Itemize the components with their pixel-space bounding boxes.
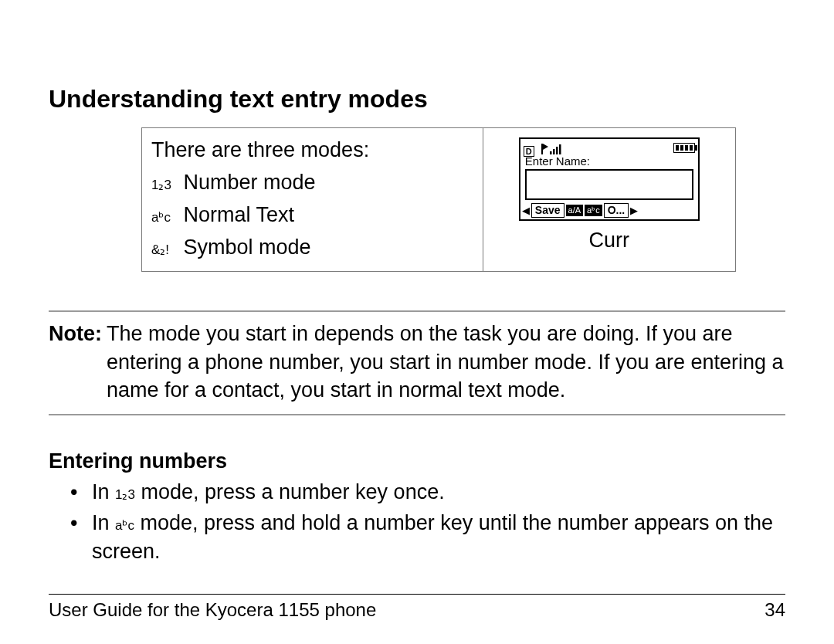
modes-table: There are three modes: 1₂3 Number mode a… xyxy=(141,127,736,272)
page-footer: User Guide for the Kyocera 1155 phone 34 xyxy=(49,594,785,621)
number-mode-icon: 1₂3 xyxy=(151,175,178,195)
page-heading: Understanding text entry modes xyxy=(49,85,785,114)
bullet-list: In 1₂3 mode, press a number key once. In… xyxy=(49,478,785,565)
modes-intro: There are three modes: xyxy=(151,134,473,167)
mode-row-normal: aᵇc Normal Text xyxy=(151,199,473,232)
screen-caption: Curr xyxy=(493,229,726,253)
normal-text-icon: aᵇc xyxy=(151,208,178,228)
svg-rect-2 xyxy=(550,151,552,154)
section-heading: Entering numbers xyxy=(49,449,785,473)
document-page: Understanding text entry modes There are… xyxy=(0,0,834,644)
svg-rect-4 xyxy=(556,147,558,154)
right-arrow-icon: ▶ xyxy=(630,205,638,216)
svg-rect-0 xyxy=(541,144,543,154)
svg-rect-5 xyxy=(559,144,561,154)
list-item: In 1₂3 mode, press a number key once. xyxy=(70,478,785,506)
mode-label: Number mode xyxy=(184,171,316,194)
mode-row-symbol: &₂! Symbol mode xyxy=(151,232,473,264)
modes-text-cell: There are three modes: 1₂3 Number mode a… xyxy=(142,128,483,272)
phone-screen: D xyxy=(519,137,700,221)
svg-marker-1 xyxy=(543,144,548,150)
battery-icon xyxy=(673,143,695,153)
note-text: The mode you start in depends on the tas… xyxy=(107,320,785,404)
symbol-mode-icon: &₂! xyxy=(151,240,178,260)
svg-rect-3 xyxy=(553,149,555,154)
screen-prompt: Enter Name: xyxy=(520,154,698,168)
note-label: Note: xyxy=(49,320,107,404)
softkey-bar: ◀ Save a/A aᵇc O... ▶ xyxy=(520,203,698,219)
screen-illustration-cell: D xyxy=(483,128,735,272)
footer-title: User Guide for the Kyocera 1155 phone xyxy=(49,599,376,621)
bullet-post: mode, press a number key once. xyxy=(141,480,444,503)
softkey-options: O... xyxy=(604,203,629,218)
mode-label: Normal Text xyxy=(184,203,295,226)
mode-label: Symbol mode xyxy=(184,236,311,259)
mode-chip-case: a/A xyxy=(566,205,584,216)
bullet-post: mode, press and hold a number key until … xyxy=(92,511,773,562)
note-block: Note: The mode you start in depends on t… xyxy=(49,310,785,415)
mode-chip-abc: aᵇc xyxy=(585,205,602,216)
normal-text-icon: aᵇc xyxy=(115,518,134,533)
text-input-box xyxy=(525,169,693,200)
mode-row-number: 1₂3 Number mode xyxy=(151,167,473,199)
list-item: In aᵇc mode, press and hold a number key… xyxy=(70,509,785,565)
bullet-pre: In xyxy=(92,511,115,534)
left-arrow-icon: ◀ xyxy=(522,205,530,216)
status-bar: D xyxy=(520,139,698,154)
bullet-pre: In xyxy=(92,480,115,503)
softkey-save: Save xyxy=(531,203,564,218)
page-number: 34 xyxy=(764,599,785,621)
number-mode-icon: 1₂3 xyxy=(115,487,135,502)
